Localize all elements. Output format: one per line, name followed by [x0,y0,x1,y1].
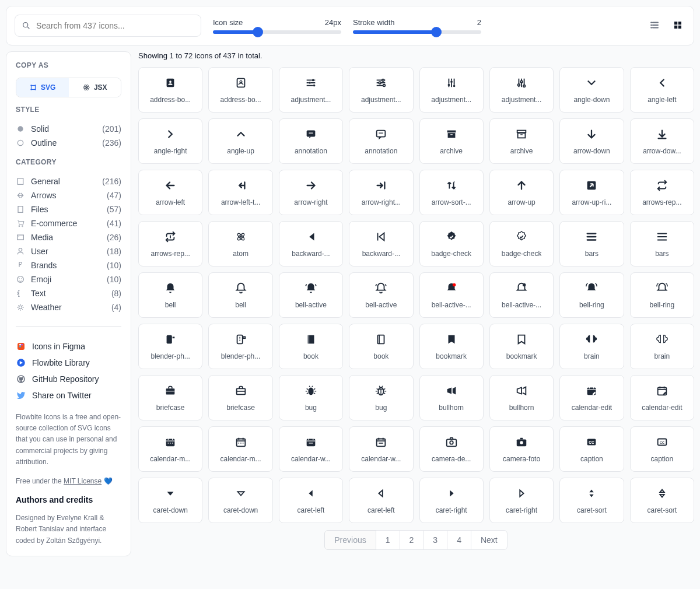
icon-card-bug[interactable]: bug [349,375,413,420]
icon-card-bell-ring[interactable]: bell-ring [630,272,694,318]
icon-card-bell-active[interactable]: bell-active [349,272,413,318]
icon-card-bars[interactable]: bars [559,221,624,267]
icon-card-calendar-edit[interactable]: calendar-edit [630,375,694,420]
icon-card-bell-active[interactable]: bell-active [279,272,343,318]
icon-card-bell[interactable]: bell [138,272,202,318]
icon-card-arrow-left-t[interactable]: arrow-left-t... [208,170,272,215]
icon-card-calendar-m[interactable]: calendar-m... [138,426,202,472]
link-github-repository[interactable]: GitHub Repository [16,371,121,387]
icon-card-arrows-rep[interactable]: arrows-rep... [138,221,202,267]
category-text[interactable]: Text(8) [16,286,121,300]
icon-card-annotation[interactable]: annotation [279,118,343,164]
icon-card-arrow-sort-[interactable]: ZAarrow-sort-... [419,170,484,215]
page-previous-button[interactable]: Previous [324,530,376,550]
icon-card-arrow-left[interactable]: arrow-left [138,170,202,215]
icon-card-arrow-down[interactable]: arrow-down [559,118,624,164]
style-option-outline[interactable]: Outline(236) [16,136,121,150]
copy-as-svg-button[interactable]: SVG [16,78,69,97]
page-3-button[interactable]: 3 [423,530,447,550]
icon-card-calendar-edit[interactable]: calendar-edit [559,375,624,420]
page-1-button[interactable]: 1 [376,530,400,550]
icon-card-caret-down[interactable]: caret-down [208,478,272,523]
category-brands[interactable]: Brands(10) [16,258,121,272]
icon-card-brain[interactable]: brain [559,324,624,369]
icon-card-badge-check[interactable]: badge-check [489,221,554,267]
icon-card-bell-ring[interactable]: bell-ring [559,272,624,318]
icon-card-archive[interactable]: archive [489,118,554,164]
style-option-solid[interactable]: Solid(201) [16,122,121,136]
icon-card-address-bo[interactable]: address-bo... [208,67,272,113]
icon-card-briefcase[interactable]: briefcase [208,375,272,420]
icon-card-backward-[interactable]: backward-... [279,221,343,267]
category-files[interactable]: Files(57) [16,202,121,216]
icon-card-calendar-w[interactable]: calendar-w... [349,426,413,472]
icon-card-bullhorn[interactable]: bullhorn [419,375,484,420]
icon-card-calendar-w[interactable]: calendar-w... [279,426,343,472]
icon-card-caret-down[interactable]: caret-down [138,478,202,523]
license-link[interactable]: MIT License [64,477,102,485]
icon-card-brain[interactable]: brain [630,324,694,369]
icon-card-caret-left[interactable]: caret-left [349,478,413,523]
icon-card-calendar-m[interactable]: calendar-m... [208,426,272,472]
icon-card-caret-sort[interactable]: caret-sort [559,478,624,523]
page-2-button[interactable]: 2 [400,530,424,550]
link-icons-in-figma[interactable]: Icons in Figma [16,338,121,355]
icon-card-arrow-dow[interactable]: arrow-dow... [630,118,694,164]
icon-card-bug[interactable]: bug [279,375,343,420]
icon-card-address-bo[interactable]: address-bo... [138,67,202,113]
link-flowbite-library[interactable]: Flowbite Library [16,355,121,371]
icon-card-angle-right[interactable]: angle-right [138,118,202,164]
category-user[interactable]: User(18) [16,244,121,258]
icon-card-camera-foto[interactable]: camera-foto [489,426,554,472]
icon-card-bars[interactable]: bars [630,221,694,267]
icon-card-blender-ph[interactable]: blender-ph... [138,324,202,369]
icon-card-blender-ph[interactable]: blender-ph... [208,324,272,369]
list-view-button[interactable] [647,17,662,34]
icon-card-arrows-rep[interactable]: arrows-rep... [630,170,694,215]
icon-card-backward-[interactable]: backward-... [349,221,413,267]
icon-card-bookmark[interactable]: bookmark [419,324,484,369]
page-next-button[interactable]: Next [471,530,508,550]
icon-card-adjustment[interactable]: adjustment... [349,67,413,113]
icon-card-bell-active-[interactable]: bell-active-... [419,272,484,318]
icon-card-caret-left[interactable]: caret-left [279,478,343,523]
category-emoji[interactable]: Emoji(10) [16,272,121,286]
icon-card-annotation[interactable]: annotation [349,118,413,164]
icon-card-arrow-right[interactable]: arrow-right... [349,170,413,215]
icon-card-arrow-right[interactable]: arrow-right [279,170,343,215]
icon-card-camera-de[interactable]: camera-de... [419,426,484,472]
icon-card-caret-sort[interactable]: caret-sort [630,478,694,523]
category-weather[interactable]: Weather(4) [16,300,121,314]
icon-card-adjustment[interactable]: adjustment... [489,67,554,113]
search-input[interactable] [15,15,201,37]
icon-card-caret-right[interactable]: caret-right [489,478,554,523]
icon-card-adjustment[interactable]: adjustment... [279,67,343,113]
icon-card-bell[interactable]: bell [208,272,272,318]
icon-size-slider[interactable]: Icon size 24px [213,18,341,34]
icon-card-caption[interactable]: CCcaption [630,426,694,472]
icon-card-badge-check[interactable]: badge-check [419,221,484,267]
icon-card-archive[interactable]: archive [419,118,484,164]
category-e-commerce[interactable]: E-commerce(41) [16,216,121,230]
page-4-button[interactable]: 4 [447,530,471,550]
category-arrows[interactable]: Arrows(47) [16,188,121,202]
icon-card-adjustment[interactable]: adjustment... [419,67,484,113]
grid-view-button[interactable] [670,17,685,34]
link-share-on-twitter[interactable]: Share on Twitter [16,387,121,404]
icon-card-arrow-up[interactable]: arrow-up [489,170,554,215]
category-media[interactable]: Media(26) [16,230,121,244]
icon-card-angle-up[interactable]: angle-up [208,118,272,164]
icon-card-bookmark[interactable]: bookmark [489,324,554,369]
icon-card-atom[interactable]: atom [208,221,272,267]
stroke-width-slider[interactable]: Stroke width 2 [353,18,481,34]
icon-card-briefcase[interactable]: briefcase [138,375,202,420]
icon-card-book[interactable]: book [349,324,413,369]
icon-card-angle-left[interactable]: angle-left [630,67,694,113]
icon-card-angle-down[interactable]: angle-down [559,67,624,113]
icon-card-bell-active-[interactable]: bell-active-... [489,272,554,318]
icon-card-arrow-up-ri[interactable]: arrow-up-ri... [559,170,624,215]
icon-card-book[interactable]: book [279,324,343,369]
category-general[interactable]: General(216) [16,174,121,188]
copy-as-jsx-button[interactable]: JSX [69,78,121,97]
icon-card-caption[interactable]: CCcaption [559,426,624,472]
